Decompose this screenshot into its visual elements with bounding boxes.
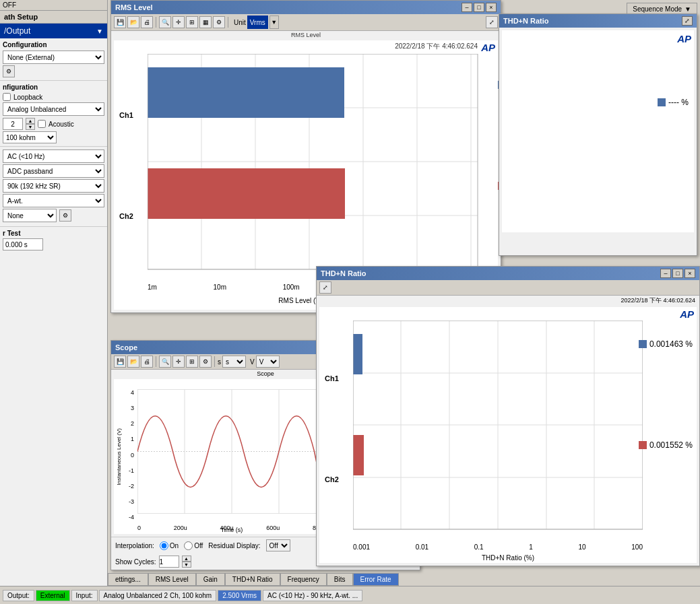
test-time-input[interactable] [3,238,43,250]
status-output-value: External [36,590,70,601]
scope-toolbar-icon5[interactable]: ✛ [172,356,185,368]
tab-bits[interactable]: Bits [327,573,353,586]
thdn-x-1: 1 [529,543,533,551]
interpolation-off-radio[interactable] [184,541,193,550]
input-config-group: Configuration None (External) ⚙ [0,38,107,81]
thdn-bottom-close-btn[interactable]: × [685,269,695,278]
thdn-bottom-toolbar: ⤢ [317,280,699,296]
on-off-label: OFF [3,1,16,9]
impedance-select[interactable]: 100 kohm [3,131,57,143]
show-cycles-input[interactable] [159,556,179,568]
thdn-x-axis: 0.001 0.01 0.1 1 10 100 [353,543,643,551]
toolbar-calc-icon[interactable]: ▦ [199,16,212,28]
unit-dropdown[interactable]: Vrms [247,15,268,29]
scope-toolbar-icon1[interactable]: 💾 [114,356,126,368]
unit-value: Vrms [250,19,265,26]
filter-select[interactable]: None [3,209,57,222]
residual-select[interactable]: Off [266,539,290,551]
cycles-spin-up[interactable]: ▲ [182,556,191,562]
input-config-label: Configuration [3,41,104,48]
tab-gain[interactable]: Gain [196,573,225,586]
thdn-tb-expand[interactable]: ⤢ [319,281,331,294]
channel-number-input[interactable] [3,118,23,130]
scope-toolbar-icon7[interactable]: ⚙ [199,356,212,368]
tab-thdn-label: THD+N Ratio [232,576,273,583]
thdn-bottom-min-btn[interactable]: – [660,269,671,278]
thdn-bottom-chart: AP Ch1 Ch2 [319,307,697,563]
toolbar-zoom-icon[interactable]: 🔍 [159,16,171,28]
rms-timestamp: 2022/2/18 下午 4:46:02.624 [395,42,478,51]
output-type-select[interactable]: Analog Unbalanced [3,102,104,116]
y-m4: -4 [129,514,134,521]
scope-toolbar-sep2 [214,356,215,367]
tab-rms-label: RMS Level [156,576,189,583]
thdn-top-ch1-display: ---- % [658,98,689,107]
thdn-top-titlebar[interactable]: THD+N Ratio ⤢ [499,14,697,28]
toolbar-open-icon[interactable]: 📂 [127,16,139,28]
thdn-top-expand-btn[interactable]: ⤢ [682,16,693,26]
thdn-x-title: THD+N Ratio (%) [319,554,697,562]
filter-settings-btn[interactable]: ⚙ [59,209,71,222]
scope-toolbar-icon2[interactable]: 📂 [127,356,139,368]
thdn-top-title: THD+N Ratio [503,17,549,25]
tab-error-rate[interactable]: Error Rate [353,573,399,586]
tab-freq[interactable]: Frequency [280,573,327,586]
scope-toolbar-icon4[interactable]: 🔍 [159,356,171,368]
tab-thdn[interactable]: THD+N Ratio [225,573,280,586]
weighting-select[interactable]: A-wt. [3,194,104,207]
spin-up-btn[interactable]: ▲ [26,118,35,124]
interpolation-on-radio[interactable] [160,541,168,550]
coupling-select[interactable]: AC (<10 Hz) [3,149,104,163]
toolbar-crosshair-icon[interactable]: ✛ [172,16,185,28]
input-config-select[interactable]: None (External) [3,51,104,64]
scope-toolbar-icon3[interactable]: 🖨 [141,356,153,368]
thdn-ch1-swatch [658,98,666,106]
sequence-mode-arrow: ▼ [685,5,691,13]
loopback-checkbox[interactable] [3,93,11,101]
test-label: r Test [3,230,104,237]
toolbar-grid-icon[interactable]: ⊞ [186,16,198,28]
rms-minimize-btn[interactable]: – [462,3,472,12]
rms-titlebar[interactable]: RMS Level – □ × [111,1,501,14]
sidebar-top-bar: OFF [0,0,107,11]
tab-bits-label: Bits [334,576,346,583]
cycles-spin-down[interactable]: ▼ [182,562,191,568]
samplerate-select[interactable]: 90k (192 kHz SR) [3,179,104,193]
rms-maximize-btn[interactable]: □ [474,3,484,12]
tab-rms[interactable]: RMS Level [148,573,196,586]
thdn-ch2-y-label: Ch2 [325,475,339,483]
input-config-button[interactable]: ⚙ [3,65,15,77]
y-m2: -2 [129,483,134,490]
scope-y-title-text: Instantaneous Level (V) [116,428,122,485]
toolbar-print-icon[interactable]: 🖨 [141,16,153,28]
spin-down-btn[interactable]: ▼ [26,124,35,130]
toolbar-save-icon[interactable]: 💾 [114,16,126,28]
io-output-dropdown[interactable]: /Output ▼ [0,24,107,38]
tab-error-rate-label: Error Rate [360,576,391,583]
svg-rect-12 [148,67,344,118]
tab-settings[interactable]: ettings... [108,573,148,586]
thdn-bottom-max-btn[interactable]: □ [672,269,683,278]
y-m1: -1 [129,467,134,474]
thdn-x-01: 0.1 [474,543,484,551]
thdn-ch1-value: 0.001463 % [649,339,693,349]
interpolation-label: Interpolation: [115,542,154,549]
scope-x-select[interactable]: s [222,356,246,368]
rms-close-btn[interactable]: × [486,3,497,12]
bandwidth-select[interactable]: ADC passband [3,164,104,178]
thdn-ch1-value-display: 0.001463 % [639,339,693,349]
y-m3: -3 [129,498,134,505]
scope-y-axis-title: Instantaneous Level (V) [114,379,123,534]
acoustic-checkbox[interactable] [38,120,46,128]
thdn-bottom-titlebar[interactable]: THD+N Ratio – □ × [317,267,699,280]
thdn-ch1-y-label: Ch1 [325,374,339,382]
output-config-label: nfiguration [3,83,104,91]
toolbar-settings-icon[interactable]: ⚙ [213,16,225,28]
scope-toolbar-sep1 [156,356,156,367]
unit-arrow-btn[interactable]: ▼ [269,15,279,29]
toolbar-expand-icon[interactable]: ⤢ [486,16,498,28]
scope-toolbar-icon6[interactable]: ⊞ [186,356,198,368]
y-1: 1 [131,436,134,442]
rms-window-controls: – □ × [462,3,497,12]
scope-y-select[interactable]: V [256,356,280,368]
